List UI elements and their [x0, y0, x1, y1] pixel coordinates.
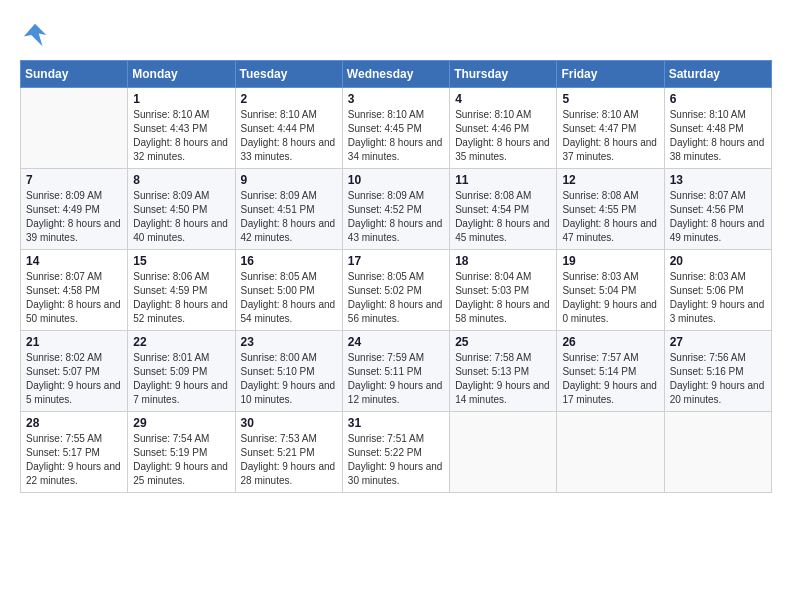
- calendar-cell: 24Sunrise: 7:59 AMSunset: 5:11 PMDayligh…: [342, 331, 449, 412]
- calendar-cell: 11Sunrise: 8:08 AMSunset: 4:54 PMDayligh…: [450, 169, 557, 250]
- day-info: Sunrise: 8:10 AMSunset: 4:43 PMDaylight:…: [133, 108, 229, 164]
- day-number: 13: [670, 173, 766, 187]
- calendar-cell: 5Sunrise: 8:10 AMSunset: 4:47 PMDaylight…: [557, 88, 664, 169]
- col-header-monday: Monday: [128, 61, 235, 88]
- day-number: 8: [133, 173, 229, 187]
- day-info: Sunrise: 8:06 AMSunset: 4:59 PMDaylight:…: [133, 270, 229, 326]
- day-number: 6: [670, 92, 766, 106]
- day-info: Sunrise: 8:07 AMSunset: 4:58 PMDaylight:…: [26, 270, 122, 326]
- calendar-cell: [557, 412, 664, 493]
- day-info: Sunrise: 8:10 AMSunset: 4:44 PMDaylight:…: [241, 108, 337, 164]
- col-header-friday: Friday: [557, 61, 664, 88]
- day-number: 20: [670, 254, 766, 268]
- day-info: Sunrise: 7:51 AMSunset: 5:22 PMDaylight:…: [348, 432, 444, 488]
- logo: [20, 20, 54, 50]
- day-info: Sunrise: 8:07 AMSunset: 4:56 PMDaylight:…: [670, 189, 766, 245]
- day-info: Sunrise: 7:57 AMSunset: 5:14 PMDaylight:…: [562, 351, 658, 407]
- day-info: Sunrise: 8:08 AMSunset: 4:54 PMDaylight:…: [455, 189, 551, 245]
- calendar-cell: 13Sunrise: 8:07 AMSunset: 4:56 PMDayligh…: [664, 169, 771, 250]
- day-number: 21: [26, 335, 122, 349]
- day-info: Sunrise: 7:55 AMSunset: 5:17 PMDaylight:…: [26, 432, 122, 488]
- calendar-cell: 10Sunrise: 8:09 AMSunset: 4:52 PMDayligh…: [342, 169, 449, 250]
- day-info: Sunrise: 8:08 AMSunset: 4:55 PMDaylight:…: [562, 189, 658, 245]
- col-header-tuesday: Tuesday: [235, 61, 342, 88]
- col-header-saturday: Saturday: [664, 61, 771, 88]
- calendar-cell: [21, 88, 128, 169]
- day-info: Sunrise: 8:00 AMSunset: 5:10 PMDaylight:…: [241, 351, 337, 407]
- day-number: 4: [455, 92, 551, 106]
- calendar-cell: 3Sunrise: 8:10 AMSunset: 4:45 PMDaylight…: [342, 88, 449, 169]
- day-info: Sunrise: 8:05 AMSunset: 5:00 PMDaylight:…: [241, 270, 337, 326]
- calendar-cell: 12Sunrise: 8:08 AMSunset: 4:55 PMDayligh…: [557, 169, 664, 250]
- day-info: Sunrise: 7:58 AMSunset: 5:13 PMDaylight:…: [455, 351, 551, 407]
- day-number: 10: [348, 173, 444, 187]
- day-info: Sunrise: 8:10 AMSunset: 4:48 PMDaylight:…: [670, 108, 766, 164]
- day-info: Sunrise: 8:02 AMSunset: 5:07 PMDaylight:…: [26, 351, 122, 407]
- day-number: 5: [562, 92, 658, 106]
- day-number: 29: [133, 416, 229, 430]
- calendar-cell: 4Sunrise: 8:10 AMSunset: 4:46 PMDaylight…: [450, 88, 557, 169]
- calendar-week-4: 21Sunrise: 8:02 AMSunset: 5:07 PMDayligh…: [21, 331, 772, 412]
- calendar-cell: 21Sunrise: 8:02 AMSunset: 5:07 PMDayligh…: [21, 331, 128, 412]
- page-header: [20, 20, 772, 50]
- calendar-week-5: 28Sunrise: 7:55 AMSunset: 5:17 PMDayligh…: [21, 412, 772, 493]
- calendar-cell: 22Sunrise: 8:01 AMSunset: 5:09 PMDayligh…: [128, 331, 235, 412]
- day-number: 3: [348, 92, 444, 106]
- calendar-table: SundayMondayTuesdayWednesdayThursdayFrid…: [20, 60, 772, 493]
- day-info: Sunrise: 8:09 AMSunset: 4:51 PMDaylight:…: [241, 189, 337, 245]
- day-number: 12: [562, 173, 658, 187]
- day-number: 7: [26, 173, 122, 187]
- day-info: Sunrise: 8:10 AMSunset: 4:46 PMDaylight:…: [455, 108, 551, 164]
- day-info: Sunrise: 8:03 AMSunset: 5:04 PMDaylight:…: [562, 270, 658, 326]
- day-number: 11: [455, 173, 551, 187]
- day-info: Sunrise: 7:54 AMSunset: 5:19 PMDaylight:…: [133, 432, 229, 488]
- day-number: 28: [26, 416, 122, 430]
- day-number: 16: [241, 254, 337, 268]
- day-number: 19: [562, 254, 658, 268]
- day-number: 1: [133, 92, 229, 106]
- day-number: 9: [241, 173, 337, 187]
- header-row: SundayMondayTuesdayWednesdayThursdayFrid…: [21, 61, 772, 88]
- day-info: Sunrise: 8:05 AMSunset: 5:02 PMDaylight:…: [348, 270, 444, 326]
- day-info: Sunrise: 8:03 AMSunset: 5:06 PMDaylight:…: [670, 270, 766, 326]
- calendar-cell: 25Sunrise: 7:58 AMSunset: 5:13 PMDayligh…: [450, 331, 557, 412]
- day-number: 15: [133, 254, 229, 268]
- calendar-cell: 1Sunrise: 8:10 AMSunset: 4:43 PMDaylight…: [128, 88, 235, 169]
- calendar-cell: 17Sunrise: 8:05 AMSunset: 5:02 PMDayligh…: [342, 250, 449, 331]
- calendar-week-1: 1Sunrise: 8:10 AMSunset: 4:43 PMDaylight…: [21, 88, 772, 169]
- calendar-cell: [664, 412, 771, 493]
- day-info: Sunrise: 7:53 AMSunset: 5:21 PMDaylight:…: [241, 432, 337, 488]
- calendar-cell: 27Sunrise: 7:56 AMSunset: 5:16 PMDayligh…: [664, 331, 771, 412]
- day-number: 31: [348, 416, 444, 430]
- calendar-cell: 6Sunrise: 8:10 AMSunset: 4:48 PMDaylight…: [664, 88, 771, 169]
- calendar-cell: 31Sunrise: 7:51 AMSunset: 5:22 PMDayligh…: [342, 412, 449, 493]
- col-header-thursday: Thursday: [450, 61, 557, 88]
- calendar-cell: 9Sunrise: 8:09 AMSunset: 4:51 PMDaylight…: [235, 169, 342, 250]
- day-info: Sunrise: 8:04 AMSunset: 5:03 PMDaylight:…: [455, 270, 551, 326]
- day-number: 14: [26, 254, 122, 268]
- day-info: Sunrise: 8:09 AMSunset: 4:52 PMDaylight:…: [348, 189, 444, 245]
- calendar-cell: 26Sunrise: 7:57 AMSunset: 5:14 PMDayligh…: [557, 331, 664, 412]
- day-info: Sunrise: 7:56 AMSunset: 5:16 PMDaylight:…: [670, 351, 766, 407]
- calendar-cell: 28Sunrise: 7:55 AMSunset: 5:17 PMDayligh…: [21, 412, 128, 493]
- calendar-cell: 16Sunrise: 8:05 AMSunset: 5:00 PMDayligh…: [235, 250, 342, 331]
- svg-marker-0: [24, 24, 47, 47]
- col-header-wednesday: Wednesday: [342, 61, 449, 88]
- calendar-cell: 18Sunrise: 8:04 AMSunset: 5:03 PMDayligh…: [450, 250, 557, 331]
- day-number: 27: [670, 335, 766, 349]
- day-info: Sunrise: 8:09 AMSunset: 4:49 PMDaylight:…: [26, 189, 122, 245]
- calendar-cell: 15Sunrise: 8:06 AMSunset: 4:59 PMDayligh…: [128, 250, 235, 331]
- calendar-cell: 8Sunrise: 8:09 AMSunset: 4:50 PMDaylight…: [128, 169, 235, 250]
- calendar-week-2: 7Sunrise: 8:09 AMSunset: 4:49 PMDaylight…: [21, 169, 772, 250]
- calendar-cell: 7Sunrise: 8:09 AMSunset: 4:49 PMDaylight…: [21, 169, 128, 250]
- day-number: 22: [133, 335, 229, 349]
- day-info: Sunrise: 8:09 AMSunset: 4:50 PMDaylight:…: [133, 189, 229, 245]
- day-number: 2: [241, 92, 337, 106]
- day-number: 18: [455, 254, 551, 268]
- col-header-sunday: Sunday: [21, 61, 128, 88]
- calendar-cell: 23Sunrise: 8:00 AMSunset: 5:10 PMDayligh…: [235, 331, 342, 412]
- day-number: 25: [455, 335, 551, 349]
- calendar-cell: 20Sunrise: 8:03 AMSunset: 5:06 PMDayligh…: [664, 250, 771, 331]
- calendar-cell: 2Sunrise: 8:10 AMSunset: 4:44 PMDaylight…: [235, 88, 342, 169]
- calendar-week-3: 14Sunrise: 8:07 AMSunset: 4:58 PMDayligh…: [21, 250, 772, 331]
